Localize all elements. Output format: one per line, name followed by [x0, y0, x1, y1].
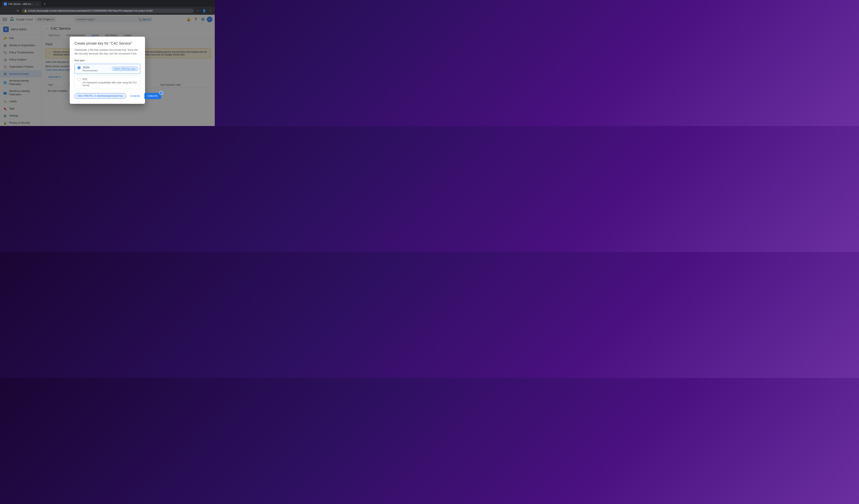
- create-btn-label: CREATE: [148, 94, 158, 97]
- tab-favicon: [4, 3, 7, 5]
- bookmark-btn[interactable]: ☆: [195, 8, 200, 14]
- json-key-option[interactable]: JSON Recommended Select JSON key type.: [75, 64, 140, 74]
- dialog-title: Create private key for "C4C Service": [75, 42, 140, 46]
- create-key-dialog: Create private key for "C4C Service" Dow…: [70, 37, 145, 104]
- tab-title: C4C Service – IAM & Admin...: [8, 3, 34, 5]
- json-radio-btn: [77, 66, 81, 69]
- key-type-label: Key type: [75, 59, 140, 62]
- tab-close-btn[interactable]: ×: [36, 2, 39, 5]
- browser-tabs: C4C Service – IAM & Admin... × +: [0, 0, 215, 7]
- p12-key-sub: For backward compatibility with code usi…: [82, 81, 137, 87]
- active-tab[interactable]: C4C Service – IAM & Admin... ×: [2, 1, 41, 7]
- address-bar[interactable]: 🔒 console.cloud.google.com/iam-admin/ser…: [22, 9, 194, 13]
- dialog-actions: CANCEL CREATE 3: [127, 93, 161, 99]
- p12-radio-btn: [77, 78, 81, 81]
- p12-key-info: P12 For backward compatibility with code…: [82, 78, 137, 87]
- dialog-overlay[interactable]: Create private key for "C4C Service" Dow…: [0, 14, 215, 126]
- forward-nav-btn[interactable]: →: [8, 8, 14, 14]
- browser-nav: ← → ↻ 🔒 console.cloud.google.com/iam-adm…: [0, 7, 215, 15]
- nav-actions: ☆ 👤 ⋮: [195, 8, 213, 14]
- address-text: console.cloud.google.com/iam-admin/servi…: [28, 10, 191, 12]
- create-button[interactable]: CREATE 3: [145, 93, 161, 99]
- p12-key-option[interactable]: P12 For backward compatibility with code…: [75, 76, 140, 89]
- profile-btn[interactable]: 👤: [201, 8, 207, 14]
- cancel-button[interactable]: CANCEL: [127, 93, 143, 99]
- json-key-info: JSON Recommended: [82, 66, 137, 72]
- new-tab-btn[interactable]: +: [42, 1, 47, 7]
- reload-nav-btn[interactable]: ↻: [15, 8, 20, 14]
- browser-chrome: C4C Service – IAM & Admin... × + ← → ↻ 🔒…: [0, 0, 215, 15]
- step-badge: 3: [159, 91, 163, 95]
- json-key-badge: Recommended: [82, 69, 137, 72]
- dialog-footer: Click CREATE, to download generated key.…: [75, 93, 140, 99]
- back-nav-btn[interactable]: ←: [2, 8, 7, 14]
- p12-key-name: P12: [82, 78, 137, 81]
- dialog-desc: Downloads a file that contains the priva…: [75, 48, 140, 56]
- click-create-hint: Click CREATE, to download generated key.: [75, 93, 126, 99]
- more-btn[interactable]: ⋮: [208, 8, 213, 14]
- json-key-name: JSON: [82, 66, 137, 69]
- key-type-options: JSON Recommended Select JSON key type. P…: [75, 64, 140, 89]
